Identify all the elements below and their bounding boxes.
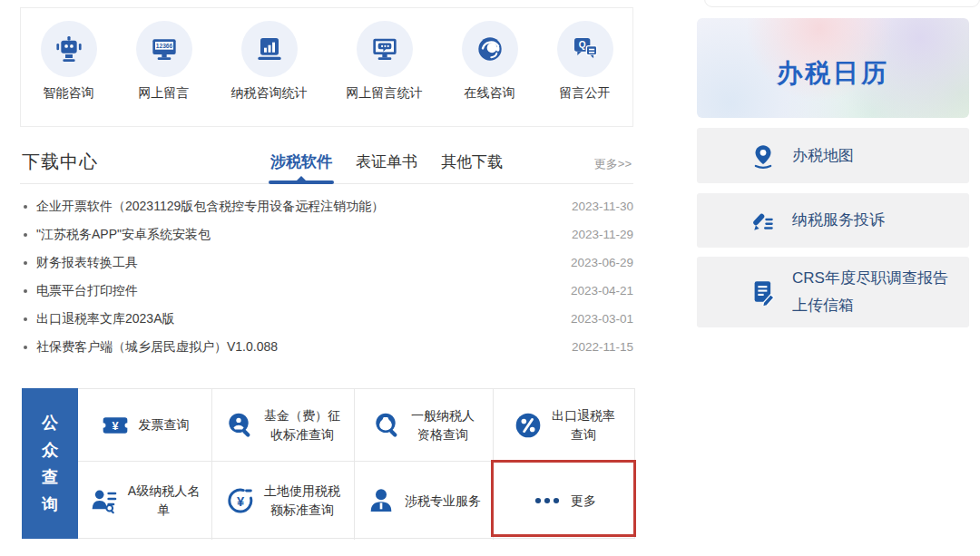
download-list-item: 出口退税率文库2023A版 2023-03-01 (20, 305, 633, 333)
quick-link-smart-consult[interactable]: 智能咨询 (41, 21, 97, 102)
query-export-rebate-rate[interactable]: 出口退税率查询 (493, 389, 635, 462)
query-land-use-tax-standard[interactable]: ¥ 土地使用税税额标准查询 (211, 462, 354, 540)
download-item-title[interactable]: 出口退税率文库2023A版 (36, 311, 174, 327)
download-center-more-link[interactable]: 更多>> (594, 156, 632, 172)
download-item-date: 2023-11-29 (572, 228, 633, 241)
sidebar-item-label: 纳税服务投诉 (792, 207, 885, 234)
download-center-tabs: 涉税软件 表证单书 其他下载 (270, 151, 503, 183)
bar-chart-icon (241, 21, 298, 77)
quick-link-label: 网上留言统计 (347, 85, 423, 102)
sidebar-item-crs-report-upload[interactable]: CRS年度尽职调查报告上传信箱 (697, 257, 969, 327)
quick-link-tax-consult-stats[interactable]: 纳税咨询统计 (231, 21, 308, 102)
query-label: 发票查询 (139, 415, 190, 434)
download-item-title[interactable]: 企业开票软件（20231129版包含税控专用设备远程注销功能） (36, 199, 384, 215)
query-label: A级纳税人名单 (128, 482, 200, 520)
download-item-date: 2023-04-21 (571, 284, 633, 298)
pen-list-icon (750, 207, 777, 234)
fund-search-icon (226, 411, 255, 440)
svg-text:Q: Q (578, 40, 585, 50)
bullet-icon (24, 205, 27, 209)
query-fund-fee-standard[interactable]: 基金（费）征收标准查询 (211, 389, 354, 462)
query-general-taxpayer[interactable]: 一般纳税人资格查询 (354, 389, 493, 462)
query-label: 一般纳税人资格查询 (411, 406, 475, 444)
public-query-char: 询 (42, 496, 58, 512)
download-center-title: 下载中心 (22, 150, 98, 174)
monitor-12366-icon: 12366 (136, 21, 192, 77)
download-list-item: 企业开票软件（20231129版包含税控专用设备远程注销功能） 2023-11-… (20, 192, 633, 220)
download-item-title[interactable]: 社保费客户端（城乡居民虚拟户）V1.0.088 (36, 339, 278, 356)
monitor-chat-icon (357, 21, 413, 77)
download-center-header: 下载中心 涉税软件 表证单书 其他下载 更多>> (20, 141, 633, 184)
download-list-item: "江苏税务APP"安卓系统安装包 2023-11-29 (20, 220, 633, 249)
download-item-title[interactable]: 财务报表转换工具 (36, 255, 138, 271)
sidebar-item-tax-service-complaint[interactable]: 纳税服务投诉 (697, 193, 969, 248)
query-label: 更多 (571, 492, 596, 511)
tab-tax-software[interactable]: 涉税软件 (270, 151, 332, 183)
download-list-item: 电票平台打印控件 2023-04-21 (20, 277, 633, 305)
previous-card-edge (704, 0, 980, 7)
query-tax-professional-service[interactable]: 涉税专业服务 (354, 462, 493, 540)
query-label: 土地使用税税额标准查询 (264, 482, 340, 520)
sidebar-item-label: CRS年度尽职调查报告上传信箱 (792, 265, 948, 319)
download-list-item: 财务报表转换工具 2023-06-29 (20, 249, 633, 277)
svg-text:¥: ¥ (237, 494, 245, 509)
sidebar-item-tax-map[interactable]: 办税地图 (697, 128, 969, 183)
query-more[interactable]: 更多 (493, 462, 635, 540)
public-query-grid: ¥ 发票查询 基金（费）征收标准查询 一般纳税人资格查询 (78, 388, 635, 539)
svg-text:¥: ¥ (112, 419, 118, 432)
download-item-date: 2022-11-15 (572, 340, 633, 354)
tab-label: 表证单书 (356, 153, 417, 171)
page: 智能咨询 12366 网上留言 纳税咨询统计 网上留言统计 在线咨询 (0, 0, 980, 556)
tab-label: 涉税软件 (270, 153, 332, 171)
query-a-level-taxpayer-list[interactable]: A级纳税人名单 (78, 462, 211, 540)
bullet-icon (24, 289, 27, 293)
quick-link-label: 留言公开 (560, 85, 611, 102)
a-level-taxpayer-icon (90, 486, 119, 515)
public-query-char: 查 (42, 469, 58, 485)
headset-agent-icon (462, 21, 518, 77)
percent-circle-icon (514, 411, 543, 440)
ellipsis-icon (533, 486, 562, 515)
robot-icon (41, 21, 97, 77)
quick-link-label: 纳税咨询统计 (231, 85, 308, 102)
download-list-item: 社保费客户端（城乡居民虚拟户）V1.0.088 2022-11-15 (20, 333, 633, 361)
download-item-date: 2023-03-01 (571, 312, 633, 326)
active-tab-underline (269, 180, 334, 184)
download-item-title[interactable]: "江苏税务APP"安卓系统安装包 (36, 227, 211, 243)
tax-calendar-banner[interactable]: 办税日历 (697, 18, 969, 118)
qa-bubbles-icon: Q (557, 21, 613, 77)
public-query-title-bar: 公 众 查 询 (22, 388, 78, 539)
bullet-icon (24, 261, 27, 265)
bullet-icon (24, 317, 27, 321)
download-item-date: 2023-06-29 (571, 256, 633, 269)
public-query-section: 公 众 查 询 ¥ 发票查询 基金（费）征收标准查询 (20, 388, 635, 539)
bullet-icon (24, 346, 27, 349)
map-pin-icon (750, 142, 777, 170)
quick-link-online-message-stats[interactable]: 网上留言统计 (347, 21, 423, 102)
public-query-char: 众 (42, 442, 58, 458)
public-query-char: 公 (42, 415, 58, 431)
land-tax-icon: ¥ (226, 486, 255, 515)
query-label: 基金（费）征收标准查询 (264, 406, 340, 444)
sidebar-item-label: 办税地图 (792, 142, 854, 170)
active-tab-pointer (297, 176, 306, 180)
quick-link-label: 智能咨询 (44, 85, 94, 102)
bullet-icon (24, 233, 27, 237)
tab-label: 其他下载 (441, 153, 503, 171)
taxpayer-search-icon (373, 411, 402, 440)
tab-other-downloads[interactable]: 其他下载 (441, 151, 503, 183)
query-invoice[interactable]: ¥ 发票查询 (78, 389, 211, 462)
quick-link-online-consult[interactable]: 在线咨询 (462, 21, 518, 102)
svg-text:12366: 12366 (155, 43, 172, 49)
quick-links-panel: 智能咨询 12366 网上留言 纳税咨询统计 网上留言统计 在线咨询 (20, 7, 633, 127)
query-label: 涉税专业服务 (405, 492, 481, 511)
quick-link-label: 网上留言 (139, 85, 190, 102)
person-tie-icon (367, 486, 396, 515)
download-item-title[interactable]: 电票平台打印控件 (36, 283, 138, 299)
quick-link-online-message[interactable]: 12366 网上留言 (136, 21, 192, 102)
tab-forms-certificates[interactable]: 表证单书 (356, 151, 417, 183)
download-item-date: 2023-11-30 (572, 200, 633, 213)
quick-link-message-disclosure[interactable]: Q 留言公开 (557, 21, 613, 102)
query-label: 出口退税率查询 (552, 406, 615, 444)
invoice-icon: ¥ (101, 411, 130, 440)
